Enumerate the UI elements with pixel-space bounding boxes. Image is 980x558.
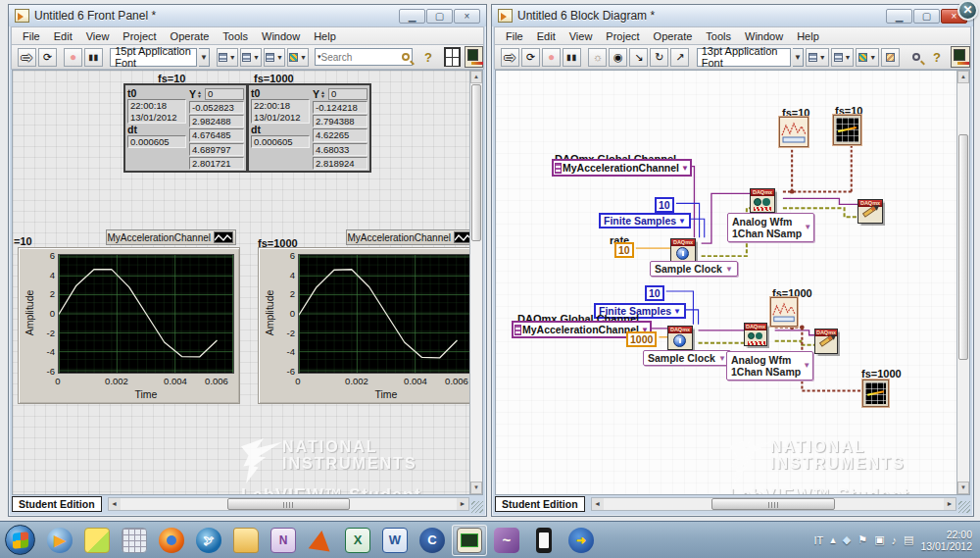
block-diagram-canvas[interactable]: DAQmx Global Channel MyAccelerationChann…: [495, 70, 970, 495]
y-index-value[interactable]: 0: [205, 88, 244, 100]
step-into-icon[interactable]: ↘: [629, 48, 648, 67]
menu-project[interactable]: Project: [116, 28, 163, 44]
waveform-cluster-fs1000[interactable]: t0 22:00:1813/01/2012 dt 0.000605 Y ▲▼ 0…: [247, 83, 371, 173]
run-button[interactable]: ⇨: [18, 48, 36, 67]
menu-file[interactable]: File: [499, 28, 530, 44]
graph2-legend[interactable]: MyAccelerationChannel: [346, 229, 476, 245]
menu-view[interactable]: View: [563, 28, 600, 44]
vertical-scrollbar[interactable]: ▲ ▼: [469, 71, 482, 494]
daqmx-read-vi[interactable]: DAQmx: [750, 188, 775, 213]
scroll-up-icon[interactable]: ▲: [957, 71, 969, 83]
font-selector-caret-icon[interactable]: ▼: [793, 48, 804, 67]
waveform-graph-fs1000[interactable]: Amplitude 6 4 2 0 -2 -4 -6 0 0.002 0.004…: [258, 247, 480, 404]
help-button[interactable]: ?: [928, 48, 947, 67]
daqmx-read-vi[interactable]: DAQmx: [744, 323, 767, 346]
menu-view[interactable]: View: [79, 28, 117, 44]
start-button[interactable]: [5, 525, 35, 555]
scroll-right-icon[interactable]: ►: [457, 498, 468, 510]
taskbar-app-globe[interactable]: ➜: [564, 525, 599, 556]
font-selector[interactable]: 15pt Application Font: [110, 48, 197, 67]
font-selector-caret-icon[interactable]: ▼: [199, 48, 209, 67]
resize-grip[interactable]: [958, 501, 970, 513]
taskbar-onenote[interactable]: N: [266, 525, 301, 556]
taskbar-media-player[interactable]: ▶: [42, 525, 77, 556]
notes-icon[interactable]: ▤: [904, 533, 913, 546]
graph-indicator-fs10[interactable]: [833, 115, 861, 145]
samples-constant[interactable]: 10: [645, 285, 664, 301]
resize-grip[interactable]: [471, 501, 483, 513]
taskbar-app-purple[interactable]: ~: [489, 525, 524, 556]
menu-operate[interactable]: Operate: [164, 28, 217, 44]
horizontal-scrollbar[interactable]: ◄ ►: [108, 497, 469, 511]
alignment-grid-icon[interactable]: [444, 47, 461, 67]
taskbar-labview[interactable]: [452, 525, 487, 556]
align-objects-button[interactable]: ▼: [806, 48, 829, 67]
index-spinner[interactable]: ▲▼: [197, 90, 204, 98]
daqmx-timing-vi[interactable]: DAQmx: [667, 326, 693, 350]
channel-constant[interactable]: MyAccelerationChannel ▼: [552, 159, 692, 177]
highlight-execution-icon[interactable]: ☼: [588, 48, 607, 67]
scrollbar-thumb[interactable]: [958, 134, 968, 360]
taskbar-word[interactable]: W: [377, 525, 413, 556]
graph1-plot-area[interactable]: [58, 254, 234, 374]
clean-up-diagram-button[interactable]: [881, 48, 900, 67]
graph2-plot-area[interactable]: [298, 254, 474, 374]
menu-edit[interactable]: Edit: [530, 28, 563, 44]
volume-icon[interactable]: ♪: [892, 534, 898, 546]
menu-help[interactable]: Help: [307, 28, 343, 44]
menu-window[interactable]: Window: [738, 28, 790, 44]
vi-icon[interactable]: [465, 46, 483, 68]
rate-constant[interactable]: 1000: [626, 331, 657, 347]
language-indicator[interactable]: IT: [813, 534, 823, 546]
taskbar-excel[interactable]: X: [340, 525, 375, 556]
step-out-icon[interactable]: ↗: [670, 48, 689, 67]
index-spinner[interactable]: ▲▼: [320, 90, 327, 98]
menu-tools[interactable]: Tools: [216, 28, 255, 44]
action-flag-icon[interactable]: ⚑: [858, 533, 867, 546]
scroll-down-icon[interactable]: ▼: [957, 482, 969, 494]
waveform-indicator-fs10[interactable]: [779, 117, 808, 147]
help-button[interactable]: ?: [419, 48, 438, 67]
vertical-scrollbar[interactable]: ▲ ▼: [956, 71, 969, 494]
waveform-indicator-fs1000[interactable]: [770, 297, 798, 327]
samples-constant[interactable]: 10: [655, 197, 674, 213]
zoom-tool-button[interactable]: [907, 48, 926, 67]
scrollbar-thumb[interactable]: [471, 84, 481, 241]
menu-tools[interactable]: Tools: [699, 28, 738, 44]
front-panel-canvas[interactable]: fs=10 fs=1000 t0 22:00:1813/01/2012 dt 0…: [12, 70, 483, 495]
vi-icon[interactable]: [951, 46, 970, 68]
distribute-objects-button[interactable]: ▼: [240, 48, 262, 67]
menu-operate[interactable]: Operate: [647, 28, 700, 44]
maximize-button[interactable]: ▢: [913, 9, 940, 24]
run-button[interactable]: ⇨: [501, 48, 519, 67]
waveform-graph-fs10[interactable]: Amplitude 6 4 2 0 -2 -4 -6 0 0.002 0.004…: [18, 247, 240, 404]
reorder-button[interactable]: ▼: [856, 48, 879, 67]
read-selector[interactable]: Analog Wfm 1Chan NSamp ▼: [726, 351, 813, 380]
timing-selector[interactable]: Sample Clock▼: [643, 350, 731, 366]
step-over-icon[interactable]: ↻: [650, 48, 668, 67]
taskbar-sticky-notes[interactable]: [79, 525, 115, 556]
abort-button[interactable]: ●: [542, 48, 561, 67]
taskbar-phone-manager[interactable]: [526, 525, 562, 556]
daqmx-clear-vi[interactable]: DAQmx: [858, 199, 883, 224]
menu-project[interactable]: Project: [599, 28, 646, 44]
block-diagram-titlebar[interactable]: Untitled 6 Block Diagram * ▁ ▢ ×: [492, 5, 973, 26]
scroll-down-icon[interactable]: ▼: [470, 482, 482, 494]
run-continuous-button[interactable]: ⟳: [38, 48, 57, 67]
maximize-button[interactable]: ▢: [426, 9, 453, 24]
read-selector[interactable]: Analog Wfm 1Chan NSamp ▼: [727, 213, 814, 242]
daqmx-timing-vi[interactable]: DAQmx: [670, 238, 696, 263]
taskbar-explorer[interactable]: [228, 525, 264, 556]
retain-wire-values-icon[interactable]: ◉: [609, 48, 627, 67]
minimize-button[interactable]: ▁: [886, 9, 912, 24]
run-continuous-button[interactable]: ⟳: [521, 48, 540, 67]
taskbar-thunderbird[interactable]: 🕊: [191, 525, 226, 556]
pause-button[interactable]: ▮▮: [563, 48, 581, 67]
pause-button[interactable]: ▮▮: [84, 48, 103, 67]
minimize-button[interactable]: ▁: [399, 9, 425, 24]
align-objects-button[interactable]: ▼: [217, 48, 238, 67]
sample-mode-enum[interactable]: Finite Samples▼: [599, 213, 691, 228]
waveform-cluster-fs10[interactable]: t0 22:00:1813/01/2012 dt 0.000605 Y ▲▼ 0…: [123, 83, 248, 173]
distribute-objects-button[interactable]: ▼: [831, 48, 855, 67]
search-box[interactable]: ▾: [315, 48, 413, 66]
